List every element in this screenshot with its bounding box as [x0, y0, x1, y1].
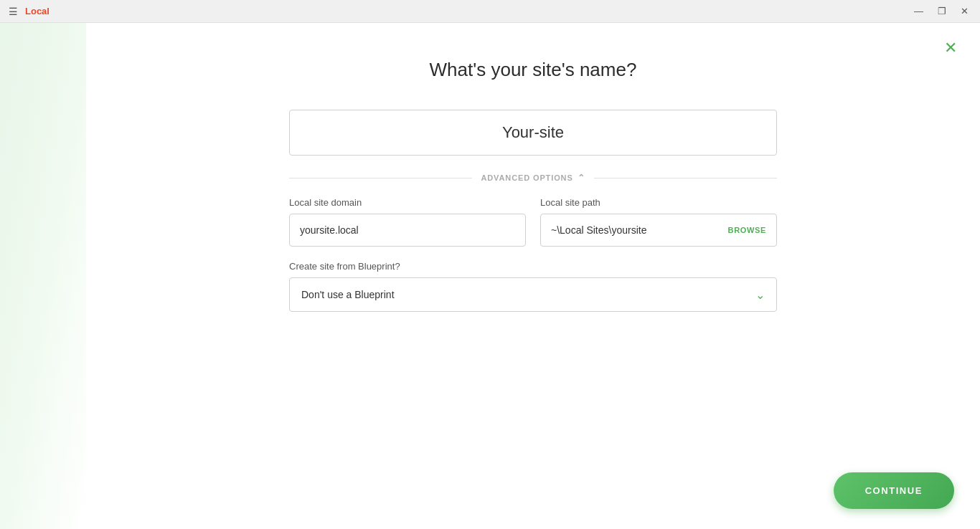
local-site-domain-input[interactable]: [290, 214, 525, 246]
continue-btn-wrapper: CONTINUE: [834, 472, 954, 509]
blueprint-select-text: Don't use a Blueprint: [301, 289, 395, 300]
titlebar: ☰ Local — ❐ ✕: [0, 0, 980, 23]
divider-left: [289, 178, 472, 178]
fields-row: Local site domain Local site path BROWSE: [289, 197, 777, 247]
site-name-input[interactable]: [289, 110, 777, 156]
app-title: Local: [25, 6, 50, 16]
maximize-button[interactable]: ❐: [935, 5, 949, 17]
local-site-path-label: Local site path: [540, 197, 777, 208]
titlebar-controls: — ❐ ✕: [911, 5, 971, 17]
browse-button[interactable]: BROWSE: [718, 214, 776, 246]
blueprint-label: Create site from Blueprint?: [289, 261, 777, 272]
minimize-button[interactable]: —: [911, 5, 926, 17]
advanced-options-label[interactable]: ADVANCED OPTIONS ⌃: [481, 173, 585, 183]
titlebar-left: ☰ Local: [9, 6, 50, 17]
window-close-button[interactable]: ✕: [958, 5, 971, 17]
page-title: What's your site's name?: [430, 59, 637, 81]
blueprint-section: Create site from Blueprint? Don't use a …: [289, 261, 777, 312]
content-area: ✕ What's your site's name? ADVANCED OPTI…: [86, 23, 980, 529]
advanced-options-row: ADVANCED OPTIONS ⌃: [289, 173, 777, 183]
hamburger-icon[interactable]: ☰: [9, 6, 18, 17]
modal-close-button[interactable]: ✕: [944, 40, 957, 56]
local-site-domain-label: Local site domain: [289, 197, 526, 208]
blueprint-select[interactable]: Don't use a Blueprint ⌄: [289, 277, 777, 312]
local-site-path-wrapper: BROWSE: [540, 214, 777, 247]
local-site-path-input[interactable]: [541, 214, 718, 246]
divider-right: [594, 178, 777, 178]
local-site-domain-wrapper: [289, 214, 526, 247]
advanced-fields: Local site domain Local site path BROWSE: [289, 197, 777, 326]
continue-button[interactable]: CONTINUE: [834, 472, 954, 509]
main-wrapper: ✕ What's your site's name? ADVANCED OPTI…: [0, 23, 980, 529]
chevron-up-icon: ⌃: [578, 173, 585, 183]
local-site-domain-group: Local site domain: [289, 197, 526, 247]
form-container: What's your site's name? ADVANCED OPTION…: [86, 23, 980, 529]
local-site-path-group: Local site path BROWSE: [540, 197, 777, 247]
sidebar: [0, 23, 86, 529]
chevron-down-icon: ⌄: [755, 288, 765, 302]
